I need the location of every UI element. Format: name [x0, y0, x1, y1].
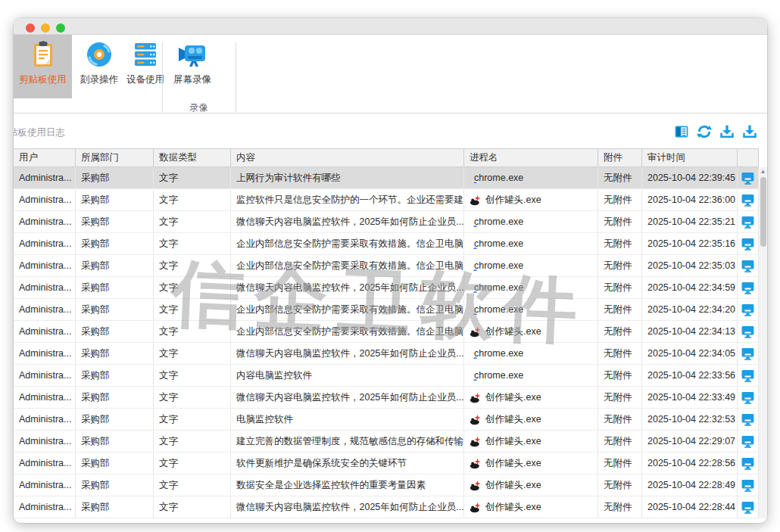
column-header-1[interactable]: 用户	[14, 149, 76, 166]
cell-content: 电脑监控软件	[231, 409, 464, 430]
ribbon-item-screen-record[interactable]: 屏幕录像	[165, 35, 220, 98]
cell-content: 微信聊天内容电脑监控软件，2025年如何防止企业员...	[231, 343, 464, 364]
table-row[interactable]: Administra...采购部文字内容电脑监控软件chrome.exe无附件2…	[14, 365, 759, 387]
refresh-icon	[697, 124, 712, 139]
column-header-4[interactable]: 内容	[231, 149, 464, 166]
monitor-icon	[741, 347, 755, 361]
refresh-button[interactable]	[697, 124, 712, 139]
view-screen-button[interactable]	[738, 453, 759, 474]
table-row[interactable]: Administra...采购部文字微信聊天内容电脑监控软件，2025年如何防止…	[14, 496, 759, 518]
cell-dept: 采购部	[76, 167, 154, 188]
cell-attachment: 无附件	[598, 409, 642, 430]
table-row[interactable]: Administra...采购部文字建立完善的数据管理制度，规范敏感信息的存储和…	[14, 431, 759, 453]
detail-view-button[interactable]	[674, 124, 689, 139]
detail-view-icon	[674, 124, 689, 139]
process-name: chrome.exe	[474, 348, 523, 359]
table-row[interactable]: Administra...采购部文字企业内部信息安全防护需要采取有效措施。信企卫…	[14, 321, 759, 343]
cell-dept: 采购部	[76, 387, 154, 408]
view-screen-button[interactable]	[738, 233, 759, 254]
view-screen-button[interactable]	[738, 496, 759, 518]
cell-process: chrome.exe	[464, 299, 598, 320]
close-button[interactable]	[26, 23, 35, 33]
cell-audit-time: 2025-10-04 22:29:07	[642, 431, 738, 452]
column-header-5[interactable]: 进程名	[464, 149, 598, 166]
cell-content: 内容电脑监控软件	[231, 365, 464, 386]
cell-user: Administra...	[14, 299, 76, 320]
cell-content: 上网行为审计软件有哪些	[231, 167, 464, 188]
can-icon	[470, 458, 481, 469]
ribbon-item-label: 刻录操作	[80, 73, 118, 86]
cell-user: Administra...	[14, 167, 76, 188]
minimize-button[interactable]	[41, 23, 50, 33]
view-screen-button[interactable]	[738, 255, 759, 276]
table-row[interactable]: Administra...采购部文字微信聊天内容电脑监控软件，2025年如何防止…	[14, 211, 759, 233]
table-row[interactable]: Administra...采购部文字上网行为审计软件有哪些chrome.exe无…	[14, 167, 759, 189]
view-screen-button[interactable]	[738, 167, 759, 188]
ribbon-item-clipboard[interactable]: 剪贴板使用	[14, 35, 72, 98]
cell-user: Administra...	[14, 255, 76, 276]
table-row[interactable]: Administra...采购部文字企业内部信息安全防护需要采取有效措施。信企卫…	[14, 299, 759, 321]
download-button[interactable]	[719, 124, 735, 139]
process-name: chrome.exe	[474, 260, 523, 271]
view-screen-button[interactable]	[738, 474, 759, 496]
cell-audit-time: 2025-10-04 22:35:16	[642, 233, 738, 254]
table-row[interactable]: Administra...采购部文字企业内部信息安全防护需要采取有效措施。信企卫…	[14, 233, 759, 255]
view-screen-button[interactable]	[738, 343, 759, 364]
view-screen-button[interactable]	[738, 189, 759, 210]
cell-type: 文字	[154, 299, 231, 320]
table-row[interactable]: Administra...采购部文字监控软件只是信息安全防护的一个环节。企业还需…	[14, 189, 759, 211]
table-row[interactable]: Administra...采购部文字软件更新维护是确保系统安全的关键环节 创作罐…	[14, 453, 759, 474]
ribbon-toolbar: 剪贴板使用 刻录操作 设备使用	[14, 35, 767, 114]
cell-process: chrome.exe	[464, 167, 598, 188]
cell-user: Administra...	[14, 409, 76, 430]
zoom-button[interactable]	[56, 23, 65, 33]
cell-attachment: 无附件	[598, 474, 642, 496]
table-row[interactable]: Administra...采购部文字微信聊天内容电脑监控软件，2025年如何防止…	[14, 343, 759, 365]
table-row[interactable]: Administra...采购部文字微信聊天内容电脑监控软件，2025年如何防止…	[14, 277, 759, 299]
cell-content: 企业内部信息安全防护需要采取有效措施。信企卫电脑...	[231, 255, 464, 276]
cell-content: 数据安全是企业选择监控软件的重要考量因素	[231, 474, 464, 496]
cell-type: 文字	[154, 321, 231, 342]
view-screen-button[interactable]	[738, 431, 759, 452]
cell-process: 创作罐头.exe	[464, 189, 598, 210]
cell-type: 文字	[154, 496, 231, 518]
view-screen-button[interactable]	[738, 365, 759, 386]
view-screen-button[interactable]	[738, 299, 759, 320]
cell-audit-time: 2025-10-04 22:28:44	[642, 496, 738, 518]
ribbon-item-disc-burn[interactable]: 刻录操作	[76, 35, 123, 98]
vertical-scrollbar[interactable]: ▲	[759, 167, 767, 518]
table-row[interactable]: Administra...采购部文字数据安全是企业选择监控软件的重要考量因素 创…	[14, 474, 759, 496]
scrollbar-thumb[interactable]	[760, 177, 766, 247]
cell-dept: 采购部	[76, 365, 154, 386]
view-screen-button[interactable]	[738, 409, 759, 430]
column-header-6[interactable]: 附件	[598, 149, 642, 166]
process-name: 创作罐头.exe	[485, 435, 541, 448]
view-screen-button[interactable]	[738, 321, 759, 342]
column-header-8[interactable]	[738, 149, 759, 166]
cell-audit-time: 2025-10-04 22:28:49	[642, 474, 738, 496]
cell-audit-time: 2025-10-04 22:39:45	[642, 167, 738, 188]
cell-dept: 采购部	[76, 453, 154, 474]
screen: 剪贴板使用 刻录操作 设备使用	[0, 0, 780, 532]
monitor-icon	[741, 171, 755, 185]
cell-process: chrome.exe	[464, 343, 598, 364]
table-row[interactable]: Administra...采购部文字微信聊天内容电脑监控软件，2025年如何防止…	[14, 387, 759, 409]
view-screen-button[interactable]	[738, 211, 759, 232]
scroll-up-arrow[interactable]: ▲	[759, 168, 767, 176]
cell-attachment: 无附件	[598, 343, 642, 364]
column-header-2[interactable]: 所属部门	[76, 149, 154, 166]
can-icon	[470, 480, 481, 491]
cell-type: 文字	[154, 167, 231, 188]
view-screen-button[interactable]	[738, 277, 759, 298]
view-screen-button[interactable]	[738, 387, 759, 408]
download-icon-2[interactable]	[742, 124, 757, 139]
cell-content: 微信聊天内容电脑监控软件，2025年如何防止企业员...	[231, 387, 464, 408]
cell-process: 创作罐头.exe	[464, 431, 598, 452]
can-icon	[470, 414, 481, 425]
table-row[interactable]: Administra...采购部文字电脑监控软件 创作罐头.exe无附件2025…	[14, 409, 759, 431]
table-row[interactable]: Administra...采购部文字企业内部信息安全防护需要采取有效措施。信企卫…	[14, 255, 759, 277]
column-header-7[interactable]: 审计时间	[642, 149, 738, 166]
cell-audit-time: 2025-10-04 22:34:05	[642, 343, 738, 364]
cell-content: 建立完善的数据管理制度，规范敏感信息的存储和传输	[231, 431, 464, 452]
column-header-3[interactable]: 数据类型	[154, 149, 231, 166]
